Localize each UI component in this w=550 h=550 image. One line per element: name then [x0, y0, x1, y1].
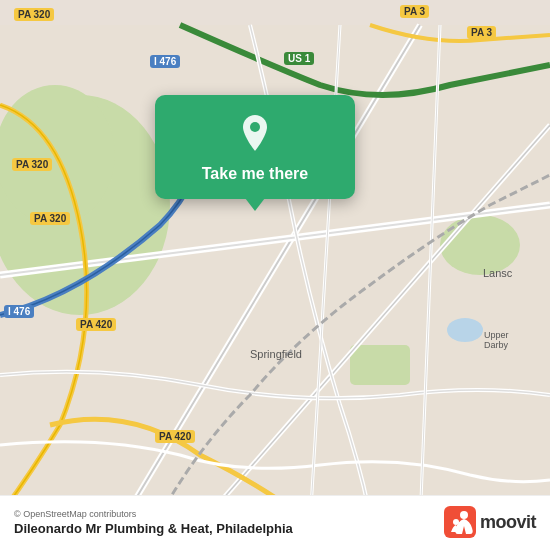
location-title: Dileonardo Mr Plumbing & Heat, Philadelp…	[14, 521, 293, 536]
town-label-upper-darby: UpperDarby	[484, 330, 509, 350]
road-label-pa320-mid2: PA 320	[30, 212, 70, 225]
copyright-text: © OpenStreetMap contributors	[14, 509, 293, 519]
road-label-pa320-mid: PA 320	[12, 158, 52, 171]
svg-point-18	[460, 511, 468, 519]
moovit-logo: moovit	[444, 506, 536, 538]
moovit-text: moovit	[480, 512, 536, 533]
road-label-us1: US 1	[284, 52, 314, 65]
road-label-pa420-left: PA 420	[76, 318, 116, 331]
map-container: PA 320 I 476 US 1 PA 3 PA 3 PA 320 PA 32…	[0, 0, 550, 550]
svg-point-3	[440, 215, 520, 275]
road-label-pa3-1: PA 3	[400, 5, 429, 18]
svg-point-16	[250, 122, 260, 132]
svg-point-19	[453, 519, 459, 525]
road-label-pa320-top: PA 320	[14, 8, 54, 21]
svg-rect-4	[350, 345, 410, 385]
moovit-icon	[444, 506, 476, 538]
popup-card[interactable]: Take me there	[155, 95, 355, 199]
road-label-pa3-2: PA 3	[467, 26, 496, 39]
svg-point-5	[447, 318, 483, 342]
bottom-bar-info: © OpenStreetMap contributors Dileonardo …	[14, 509, 293, 536]
road-label-pa420-bottom: PA 420	[155, 430, 195, 443]
road-label-i476-top: I 476	[150, 55, 180, 68]
road-label-i476-left: I 476	[4, 305, 34, 318]
town-label-springfield: Springfield	[250, 348, 302, 360]
location-pin-icon	[233, 111, 277, 155]
town-label-lansc: Lansc	[483, 267, 512, 279]
bottom-bar: © OpenStreetMap contributors Dileonardo …	[0, 495, 550, 550]
take-me-there-button[interactable]: Take me there	[202, 165, 308, 183]
map-svg	[0, 0, 550, 550]
